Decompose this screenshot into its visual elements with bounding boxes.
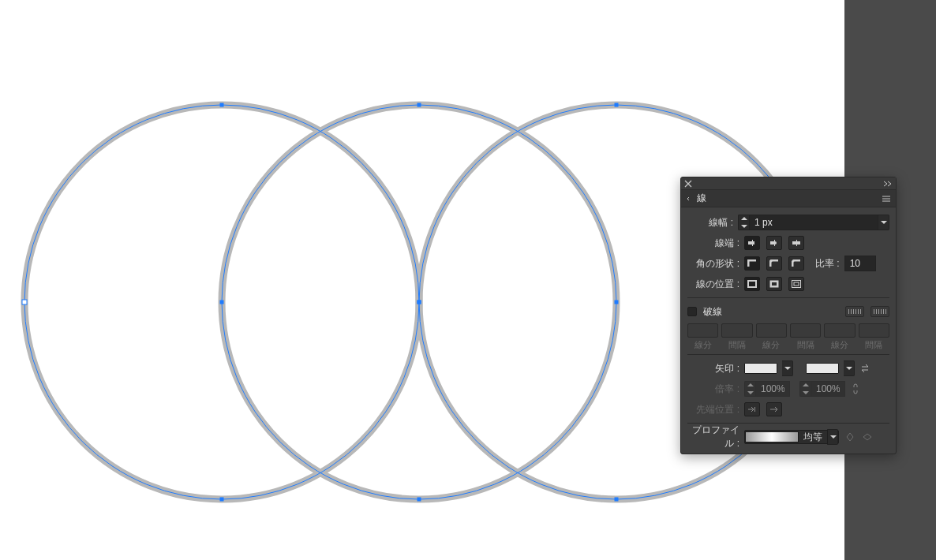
corner-round-button[interactable] (766, 256, 782, 271)
miter-input[interactable] (844, 256, 876, 271)
profile-value: 均等 (800, 431, 826, 444)
align-inside-button[interactable] (766, 277, 782, 291)
align-label: 線の位置 : (687, 278, 739, 291)
arrow-end-dropdown[interactable] (844, 360, 855, 376)
anchor-point[interactable] (220, 498, 224, 502)
gap-field-3[interactable] (859, 323, 889, 338)
row-arrow-scale: 倍率 : (687, 379, 889, 399)
cap-butt-button[interactable] (744, 236, 760, 250)
anchor-point[interactable] (615, 103, 619, 107)
dash-lab-1: 線分 (695, 339, 712, 351)
scale-start-spin[interactable] (744, 381, 755, 397)
anchor-point[interactable] (417, 498, 421, 502)
cap-label: 線端 : (687, 237, 739, 250)
dash-field-2[interactable] (756, 323, 787, 338)
bbox-handle[interactable] (22, 300, 27, 304)
panel-title: 線 (697, 192, 706, 205)
panel-tabbar: 線 (681, 190, 896, 207)
row-align: 線の位置 : (687, 274, 889, 294)
dash-field-1[interactable] (687, 323, 718, 338)
arrow-start-dropdown[interactable] (782, 360, 793, 376)
scale-end-spin[interactable] (799, 381, 811, 397)
row-dashed: 破線 (687, 301, 889, 322)
row-tip-align: 先端位置 : (687, 399, 889, 420)
scale-end-stepper[interactable] (799, 381, 845, 397)
profile-dd-arrow[interactable] (827, 429, 838, 445)
link-scale-icon[interactable] (850, 382, 861, 396)
dash-field-3[interactable] (824, 323, 855, 338)
anchor-point[interactable] (417, 301, 421, 304)
profile-dropdown[interactable]: 均等 (744, 430, 839, 444)
flip-along-icon[interactable] (844, 431, 856, 443)
row-corner: 角の形状 : 比率 : (687, 253, 889, 274)
row-cap: 線端 : (687, 233, 889, 253)
corner-label: 角の形状 : (687, 257, 739, 271)
anchor-point[interactable] (615, 498, 619, 502)
arrows-label: 矢印 : (687, 362, 739, 375)
miter-label: 比率 : (815, 257, 840, 271)
gap-lab-1: 間隔 (728, 339, 746, 351)
align-center-button[interactable] (744, 277, 760, 291)
cap-round-button[interactable] (766, 236, 782, 250)
panel-body: 線幅 : 線端 : 角の形状 : 比率 : 線の位置 : (681, 207, 896, 454)
row-profile: プロファイル : 均等 (687, 427, 889, 447)
profile-swatch (745, 431, 799, 442)
dash-lab-2: 線分 (762, 339, 780, 351)
gap-field-2[interactable] (790, 323, 821, 338)
dash-lab-3: 線分 (831, 339, 848, 351)
scale-end-input[interactable] (811, 381, 845, 397)
gap-field-1[interactable] (721, 323, 752, 338)
collapse-icon[interactable] (883, 181, 893, 187)
align-outside-button[interactable] (788, 277, 804, 291)
anchor-point[interactable] (417, 103, 421, 107)
panel-flyout-icon[interactable] (882, 195, 891, 203)
weight-spin[interactable] (738, 215, 749, 230)
scale-start-input[interactable] (755, 381, 790, 397)
anchor-point[interactable] (220, 103, 224, 107)
corner-bevel-button[interactable] (788, 256, 804, 271)
panel-titlebar[interactable] (681, 177, 896, 190)
tip-extend-button[interactable] (744, 402, 760, 416)
gap-lab-2: 間隔 (797, 339, 814, 351)
svg-rect-12 (754, 407, 755, 412)
row-arrows: 矢印 : (687, 358, 889, 379)
dashed-label: 破線 (703, 305, 722, 319)
scale-start-stepper[interactable] (744, 381, 790, 397)
arrow-end-swatch[interactable] (806, 363, 839, 374)
svg-rect-4 (774, 240, 775, 246)
weight-stepper[interactable] (738, 215, 889, 230)
swap-arrows-icon[interactable] (859, 362, 872, 375)
gap-lab-3: 間隔 (865, 339, 882, 351)
svg-rect-7 (748, 281, 756, 287)
svg-rect-11 (794, 282, 799, 286)
svg-rect-6 (796, 240, 797, 246)
cap-projecting-button[interactable] (788, 236, 804, 250)
dash-preserve-exact-button[interactable] (845, 306, 864, 317)
anchor-point[interactable] (220, 301, 224, 304)
svg-rect-1 (752, 240, 753, 246)
svg-rect-0 (748, 241, 754, 245)
dash-fields: 線分 間隔 線分 間隔 線分 間隔 (687, 323, 889, 351)
tip-label: 先端位置 : (687, 403, 739, 416)
flip-across-icon[interactable] (861, 431, 874, 443)
scale-label: 倍率 : (687, 383, 739, 396)
weight-dropdown[interactable] (878, 215, 889, 230)
dash-align-ends-button[interactable] (870, 306, 889, 317)
corner-miter-button[interactable] (744, 256, 760, 271)
weight-label: 線幅 : (687, 216, 733, 230)
row-weight: 線幅 : (687, 212, 889, 233)
tip-at-end-button[interactable] (766, 402, 782, 416)
separator-2 (687, 354, 889, 355)
chevron-icon (686, 196, 692, 202)
dashed-checkbox[interactable] (687, 307, 697, 316)
close-icon[interactable] (684, 180, 692, 188)
arrow-start-swatch[interactable] (744, 363, 777, 374)
svg-rect-10 (792, 280, 801, 288)
svg-rect-9 (771, 282, 777, 286)
profile-label: プロファイル : (687, 424, 739, 450)
panel-tab-stroke[interactable]: 線 (686, 192, 706, 205)
separator (687, 297, 889, 298)
weight-input[interactable] (749, 215, 878, 230)
stroke-panel[interactable]: 線 線幅 : 線端 : 角の形状 : 比率 (680, 177, 897, 454)
anchor-point[interactable] (615, 301, 619, 304)
